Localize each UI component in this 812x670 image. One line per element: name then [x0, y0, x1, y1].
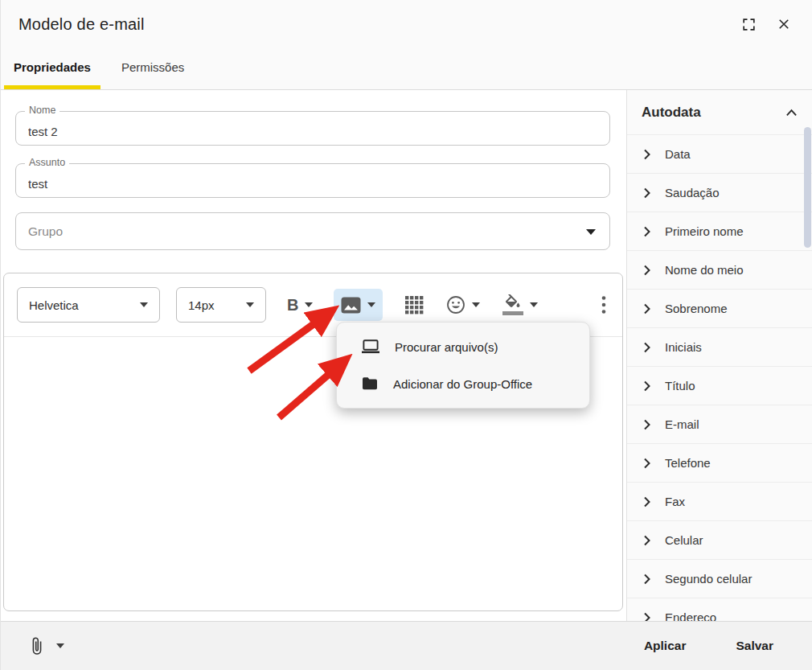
save-button[interactable]: Salvar — [736, 639, 773, 653]
subject-field-label: Assunto — [25, 157, 69, 168]
paperclip-icon — [28, 636, 46, 656]
bold-button[interactable]: B — [287, 296, 313, 314]
chevron-right-icon — [643, 342, 651, 353]
table-grid-icon — [405, 296, 424, 314]
folder-icon — [361, 376, 379, 391]
chevron-down-icon — [305, 302, 313, 307]
emoji-button[interactable] — [446, 295, 480, 314]
tab-permissoes[interactable]: Permissões — [112, 48, 194, 89]
chevron-right-icon — [643, 265, 651, 276]
attachment-button[interactable] — [28, 636, 64, 656]
chevron-right-icon — [643, 458, 651, 469]
insert-table-button[interactable] — [405, 296, 424, 314]
autodata-item-email[interactable]: E-mail — [627, 405, 812, 444]
autodata-item-saudacao[interactable]: Saudação — [627, 174, 812, 212]
font-size-select[interactable]: 14px — [176, 287, 266, 323]
autodata-item-fax[interactable]: Fax — [627, 483, 812, 521]
autodata-title: Autodata — [642, 105, 701, 121]
autodata-item-endereco[interactable]: Endereço — [627, 598, 812, 621]
insert-image-button[interactable] — [334, 289, 383, 321]
menu-item-procurar-arquivos[interactable]: Procurar arquivo(s) — [337, 328, 589, 365]
chevron-down-icon — [472, 302, 480, 307]
apply-button[interactable]: Aplicar — [644, 639, 687, 653]
subject-field-wrapper: Assunto — [15, 163, 610, 198]
chevron-right-icon — [643, 303, 651, 314]
autodata-item-primeiro-nome[interactable]: Primeiro nome — [627, 212, 812, 251]
chevron-right-icon — [643, 380, 651, 392]
tab-propriedades[interactable]: Propriedades — [4, 48, 100, 89]
font-size-value: 14px — [188, 298, 215, 312]
tab-bar: Propriedades Permissões — [1, 48, 812, 90]
emoji-icon — [446, 295, 465, 314]
name-field-wrapper: Nome — [15, 111, 610, 146]
chevron-right-icon — [643, 419, 651, 430]
scrollbar-thumb[interactable] — [804, 127, 811, 248]
fill-color-button[interactable] — [502, 294, 538, 315]
insert-image-menu: Procurar arquivo(s) Adicionar do Group-O… — [336, 322, 590, 409]
autodata-item-celular[interactable]: Celular — [627, 521, 812, 560]
chevron-up-icon[interactable] — [785, 109, 798, 117]
chevron-down-icon — [530, 302, 538, 307]
bold-label: B — [287, 296, 298, 314]
group-input[interactable] — [16, 213, 609, 249]
autodata-item-iniciais[interactable]: Iniciais — [627, 328, 812, 367]
chevron-right-icon — [643, 187, 651, 199]
chevron-down-icon — [367, 302, 375, 307]
dialog-footer: Aplicar Salvar — [1, 621, 812, 670]
chevron-right-icon — [643, 226, 651, 237]
dialog-header: Modelo de e-mail — [1, 0, 812, 48]
image-icon — [341, 297, 361, 314]
chevron-right-icon — [643, 612, 651, 622]
fullscreen-icon — [741, 17, 757, 32]
chevron-right-icon — [643, 535, 651, 546]
autodata-item-segundo-celular[interactable]: Segundo celular — [627, 560, 812, 598]
chevron-down-icon[interactable] — [586, 229, 596, 235]
chevron-down-icon — [140, 302, 148, 307]
autodata-header[interactable]: Autodata — [627, 90, 812, 135]
menu-item-adicionar-groupoffice[interactable]: Adicionar do Group-Office — [337, 365, 589, 402]
autodata-item-titulo[interactable]: Título — [627, 367, 812, 405]
kebab-menu-icon — [601, 295, 606, 314]
more-options-button[interactable] — [601, 295, 606, 314]
chevron-right-icon — [643, 149, 651, 160]
close-button[interactable] — [773, 14, 794, 35]
name-field-label: Nome — [25, 105, 59, 116]
properties-panel: Nome Assunto Helvetica 14px — [1, 90, 626, 621]
dialog-body: Nome Assunto Helvetica 14px — [1, 90, 812, 621]
fullscreen-button[interactable] — [738, 14, 759, 35]
autodata-item-telefone[interactable]: Telefone — [627, 444, 812, 483]
fill-color-icon — [502, 294, 523, 315]
name-input[interactable] — [16, 112, 609, 145]
chevron-down-icon — [246, 302, 254, 307]
autodata-item-nome-do-meio[interactable]: Nome do meio — [627, 251, 812, 290]
chevron-right-icon — [643, 496, 651, 508]
menu-item-label: Adicionar do Group-Office — [393, 377, 532, 391]
laptop-icon — [361, 339, 380, 355]
autodata-item-sobrenome[interactable]: Sobrenome — [627, 290, 812, 328]
subject-input[interactable] — [16, 164, 609, 197]
dialog-title: Modelo de e-mail — [18, 15, 145, 34]
menu-item-label: Procurar arquivo(s) — [395, 340, 498, 354]
group-combobox[interactable] — [15, 212, 610, 250]
autodata-item-data[interactable]: Data — [627, 135, 812, 174]
chevron-right-icon — [643, 573, 651, 585]
font-family-value: Helvetica — [29, 298, 79, 312]
chevron-down-icon — [56, 643, 64, 648]
close-icon — [777, 17, 791, 31]
autodata-panel: Autodata Data Saudação Primeiro nome Nom… — [626, 90, 812, 621]
font-family-select[interactable]: Helvetica — [17, 287, 160, 323]
